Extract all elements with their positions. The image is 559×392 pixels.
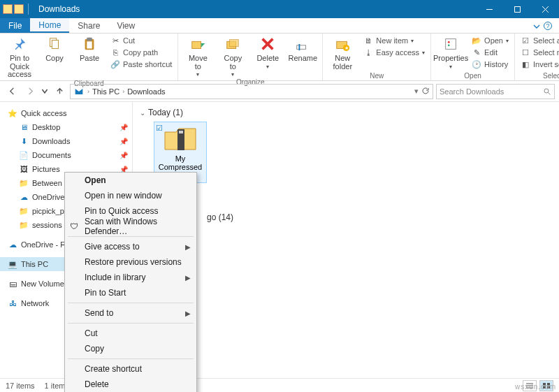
copy-button[interactable]: Copy (39, 35, 70, 63)
nav-recent-button[interactable] (41, 84, 49, 99)
invert-selection-button[interactable]: ◧Invert selection (519, 59, 559, 70)
ctx-send-to[interactable]: Send to▶ (65, 305, 196, 321)
ribbon-group-organize: Move to▾ Copy to▾ Delete▾ Rename Organiz… (178, 34, 323, 80)
svg-rect-1 (514, 6, 520, 12)
search-icon (543, 87, 551, 96)
delete-button[interactable]: Delete▾ (252, 35, 283, 70)
svg-rect-25 (179, 131, 183, 133)
group-header-long-ago[interactable]: go (14) (207, 211, 552, 224)
edit-button[interactable]: ✎Edit (470, 47, 510, 58)
pictures-icon: 🖼 (18, 164, 29, 175)
nav-forward-button[interactable] (22, 84, 38, 99)
tree-quick-access[interactable]: ⭐Quick access (0, 106, 132, 120)
ctx-divider (68, 358, 194, 359)
address-dropdown-button[interactable]: ▾ (414, 87, 419, 96)
new-item-icon: 🗎 (363, 36, 373, 45)
close-button[interactable] (531, 0, 559, 18)
group-header-today[interactable]: ⌄Today (1) (140, 106, 552, 119)
folder-icon: 📁 (18, 205, 29, 217)
copy-to-button[interactable]: Copy to▾ (217, 35, 248, 78)
ctx-give-access[interactable]: Give access to▶ (65, 239, 196, 254)
delete-icon (259, 35, 277, 53)
ctx-cut[interactable]: Cut (65, 326, 196, 341)
select-all-icon: ☑ (521, 36, 530, 45)
shortcut-icon: 🔗 (110, 59, 120, 69)
easy-access-button[interactable]: ⭳Easy access ▾ (362, 47, 426, 58)
new-folder-button[interactable]: ★ New folder (327, 35, 358, 71)
tab-share[interactable]: Share (69, 18, 108, 33)
copy-label: Copy (45, 55, 64, 63)
chevron-right-icon: ▶ (185, 274, 191, 282)
desktop-icon: 🖥 (18, 122, 29, 133)
tab-view[interactable]: View (108, 18, 143, 33)
copy-to-icon (224, 35, 242, 53)
paste-shortcut-button[interactable]: 🔗Paste shortcut (109, 59, 173, 70)
onedrive-icon: ☁ (18, 191, 29, 203)
chevron-right-icon: ▶ (185, 243, 191, 251)
ribbon-tabstrip: File Home Share View ? (0, 18, 559, 34)
group-label-select: Select (519, 71, 559, 80)
rename-icon (293, 35, 312, 53)
svg-rect-5 (52, 41, 58, 49)
ctx-scan-defender[interactable]: 🛡Scan with Windows Defender… (65, 219, 196, 234)
history-icon: 🕑 (472, 59, 481, 69)
ctx-create-shortcut[interactable]: Create shortcut (65, 361, 196, 377)
nav-back-button[interactable] (4, 84, 20, 99)
tab-file[interactable]: File (0, 18, 30, 33)
select-none-button[interactable]: ☐Select none (519, 47, 559, 58)
tab-home[interactable]: Home (30, 18, 69, 33)
paste-button[interactable]: Paste (74, 35, 105, 63)
select-all-button[interactable]: ☑Select all (519, 35, 559, 46)
star-icon: ⭐ (7, 108, 18, 119)
minimize-button[interactable] (475, 0, 503, 18)
address-bar-row: ›This PC ›Downloads ▾ Search Downloads (0, 81, 559, 102)
new-item-button[interactable]: 🗎New item ▾ (362, 35, 426, 46)
ribbon-group-open: Properties▾ 📂Open ▾ ✎Edit 🕑History Open (431, 34, 515, 80)
pin-icon (10, 35, 29, 53)
qat-properties-icon[interactable] (14, 4, 24, 14)
watermark-text: wsxdn.com (515, 383, 556, 391)
properties-button[interactable]: Properties▾ (435, 35, 466, 70)
status-item-count: 17 items (6, 382, 35, 390)
nav-up-button[interactable] (52, 84, 67, 99)
breadcrumb-segment[interactable]: ›This PC (87, 87, 119, 96)
paste-icon (80, 35, 99, 53)
window-title: Downloads (34, 4, 80, 14)
tree-downloads[interactable]: ⬇Downloads📌 (0, 134, 132, 148)
maximize-button[interactable] (503, 0, 531, 18)
ctx-delete[interactable]: Delete (65, 377, 196, 392)
path-icon: ⎘ (110, 48, 120, 57)
pin-to-quick-access-button[interactable]: Pin to Quick access (4, 35, 35, 79)
svg-text:★: ★ (344, 45, 349, 51)
breadcrumb-segment[interactable]: ›Downloads (122, 87, 165, 96)
rename-button[interactable]: Rename (287, 35, 318, 63)
help-icon[interactable]: ? (544, 22, 552, 30)
ctx-open[interactable]: Open (65, 173, 196, 188)
ctx-include-library[interactable]: Include in library▶ (65, 270, 196, 285)
cut-button[interactable]: ✂Cut (109, 35, 173, 46)
ctx-pin-start[interactable]: Pin to Start (65, 285, 196, 300)
pin-icon: 📌 (119, 124, 128, 131)
location-icon (73, 86, 85, 97)
drive-icon: 🖴 (7, 278, 18, 289)
svg-point-22 (544, 89, 549, 93)
tree-documents[interactable]: 📄Documents📌 (0, 148, 132, 162)
tree-desktop[interactable]: 🖥Desktop📌 (0, 120, 132, 134)
ribbon-group-clipboard: Pin to Quick access Copy Paste ✂Cut ⎘Cop… (0, 34, 178, 80)
ctx-divider (68, 303, 194, 303)
ctx-open-new-window[interactable]: Open in new window (65, 188, 196, 203)
move-to-icon (189, 35, 207, 53)
search-box[interactable]: Search Downloads (436, 84, 555, 99)
address-bar[interactable]: ›This PC ›Downloads ▾ (70, 84, 433, 99)
history-button[interactable]: 🕑History (470, 59, 510, 70)
move-to-button[interactable]: Move to▾ (182, 35, 213, 78)
checkbox-checked-icon[interactable]: ☑ (156, 124, 163, 133)
chevron-right-icon: ▶ (185, 310, 191, 317)
copy-path-button[interactable]: ⎘Copy path (109, 47, 173, 58)
open-button[interactable]: 📂Open ▾ (470, 35, 510, 46)
svg-rect-7 (87, 38, 92, 41)
refresh-button[interactable] (421, 87, 430, 96)
ribbon-collapse-button[interactable]: ? (525, 18, 559, 33)
ctx-copy[interactable]: Copy (65, 341, 196, 356)
ctx-restore-versions[interactable]: Restore previous versions (65, 254, 196, 270)
